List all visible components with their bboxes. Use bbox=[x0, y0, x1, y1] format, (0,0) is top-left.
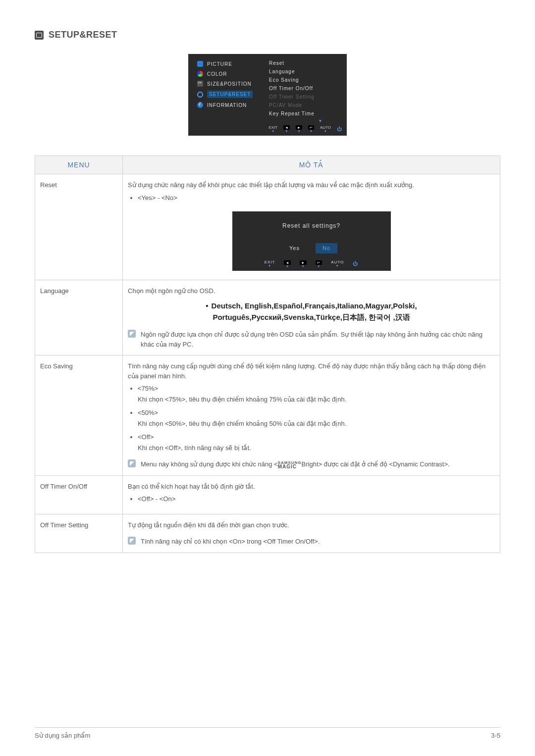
setup-reset-icon bbox=[35, 31, 44, 40]
section-title: SETUP&RESET bbox=[49, 30, 117, 40]
osd-auto-label: AUTO bbox=[320, 126, 331, 130]
setup-icon bbox=[197, 92, 203, 98]
row-eco: Eco Saving Tính năng này cung cấp người … bbox=[35, 355, 500, 476]
language-line1: Deutsch, English,Español,Français,Italia… bbox=[212, 302, 417, 310]
eco-o1: <75%> bbox=[138, 385, 158, 392]
osd-left-btn-icon: ◄ bbox=[283, 125, 290, 130]
language-desc: Chọn một ngôn ngữ cho OSD. bbox=[128, 286, 495, 296]
eco-o2-desc: Khi chọn <50%>, tiêu thụ điện chiếm khoả… bbox=[138, 419, 495, 429]
th-menu: MENU bbox=[35, 156, 123, 174]
reset-no: No bbox=[316, 243, 337, 253]
language-name: Language bbox=[35, 280, 123, 355]
note-icon bbox=[128, 459, 136, 467]
osd-power-icon: ⏻ bbox=[337, 127, 342, 132]
samsung-magic-logo: SAMSUNGMAGIC bbox=[278, 460, 302, 468]
osd-right-reset: Reset bbox=[269, 59, 347, 67]
osd-right-language: Language bbox=[269, 67, 347, 76]
osd-left-info: INFORMATION bbox=[207, 102, 247, 108]
osd-right-timer-setting: Off Timer Setting bbox=[269, 93, 347, 101]
row-off-timer: Off Timer On/Off Bạn có thể kích hoạt ha… bbox=[35, 475, 500, 514]
language-line2: Português,Русский,Svenska,Türkçe,日本語, 한국… bbox=[213, 313, 410, 321]
dlg-exit: EXIT bbox=[265, 260, 275, 264]
osd-more-icon: ▼ bbox=[269, 118, 347, 123]
th-desc: MÔ TẢ bbox=[123, 156, 500, 174]
timer-name: Off Timer On/Off bbox=[35, 475, 123, 514]
reset-dialog-screenshot: Reset all settings? Yes No EXIT▼ ◄▼ ►▼ ↵… bbox=[128, 211, 495, 271]
eco-note: Menu này không sử dụng được khi chức năn… bbox=[141, 459, 495, 469]
osd-left-size: SIZE&POSITION bbox=[207, 81, 252, 87]
dlg-auto: AUTO bbox=[331, 260, 344, 264]
row-reset: Reset Sử dụng chức năng này để khôi phục… bbox=[35, 174, 500, 280]
osd-right-pcav: PC/AV Mode bbox=[269, 101, 347, 109]
row-off-timer-setting: Off Timer Setting Tự động tắt nguồn điện… bbox=[35, 514, 500, 553]
eco-name: Eco Saving bbox=[35, 355, 123, 476]
eco-desc: Tính năng này cung cấp người dùng chế độ… bbox=[128, 361, 495, 381]
timer-options: <Off> - <On> bbox=[138, 494, 495, 504]
reset-yes: Yes bbox=[285, 243, 304, 253]
language-list: •Deutsch, English,Español,Français,Itali… bbox=[128, 301, 495, 323]
osd-exit-label: EXIT bbox=[268, 126, 277, 130]
osd-right-eco: Eco Saving bbox=[269, 76, 347, 84]
language-note: Ngôn ngữ được lựa chọn chỉ được sử dụng … bbox=[141, 330, 495, 349]
section-heading: SETUP&RESET bbox=[35, 30, 500, 40]
reset-name: Reset bbox=[35, 174, 123, 280]
timer-desc: Bạn có thể kích hoạt hay tắt bộ định giờ… bbox=[128, 482, 495, 492]
settings-table: MENU MÔ TẢ Reset Sử dụng chức năng này đ… bbox=[35, 155, 500, 553]
timer-set-name: Off Timer Setting bbox=[35, 514, 123, 553]
osd-right-btn-icon: ► bbox=[296, 125, 302, 130]
osd-screenshot: PICTURE COLOR SIZE&POSITION SETUP&RESET … bbox=[35, 54, 500, 136]
row-language: Language Chọn một ngôn ngữ cho OSD. •Deu… bbox=[35, 280, 500, 355]
size-position-icon bbox=[197, 81, 203, 87]
footer-left: Sử dụng sản phẩm bbox=[35, 732, 90, 739]
eco-o1-desc: Khi chọn <75%>, tiêu thụ điện chiếm khoả… bbox=[138, 395, 495, 404]
dlg-left-icon: ◄ bbox=[284, 260, 291, 265]
page-footer: Sử dụng sản phẩm 3-5 bbox=[35, 727, 500, 739]
picture-icon bbox=[197, 61, 203, 67]
eco-o3: <Off> bbox=[138, 433, 154, 441]
osd-left-setup: SETUP&RESET bbox=[207, 91, 253, 98]
osd-right-timer: Off Timer On/Off bbox=[269, 84, 347, 93]
dlg-enter-icon: ↵ bbox=[316, 260, 322, 265]
note-icon bbox=[128, 537, 136, 545]
osd-left-picture: PICTURE bbox=[207, 61, 232, 67]
osd-footer: EXIT▼ ◄▼ ►▼ ↵▼ AUTO▼ ⏻ bbox=[188, 123, 347, 134]
osd-left-color: COLOR bbox=[207, 71, 227, 77]
reset-question: Reset all settings? bbox=[237, 221, 386, 230]
timer-set-desc: Tự động tắt nguồn điện khi đã đến thời g… bbox=[128, 520, 495, 530]
osd-enter-btn-icon: ↵ bbox=[308, 125, 314, 130]
timer-set-note: Tính năng này chỉ có khi chọn <On> trong… bbox=[141, 537, 495, 547]
reset-desc: Sử dụng chức năng này để khôi phục các t… bbox=[128, 180, 495, 190]
eco-o2: <50%> bbox=[138, 409, 158, 416]
information-icon bbox=[197, 102, 203, 108]
note-icon bbox=[128, 330, 136, 338]
dlg-right-icon: ► bbox=[300, 260, 307, 265]
reset-options: <Yes> - <No> bbox=[138, 193, 495, 203]
dlg-power-icon: ⏻ bbox=[353, 261, 358, 266]
color-icon bbox=[197, 71, 203, 77]
footer-page-number: 3-5 bbox=[491, 732, 500, 739]
osd-right-key: Key Repeat Time bbox=[269, 109, 347, 118]
eco-o3-desc: Khi chọn <Off>, tính năng này sẽ bị tắt. bbox=[138, 443, 495, 453]
